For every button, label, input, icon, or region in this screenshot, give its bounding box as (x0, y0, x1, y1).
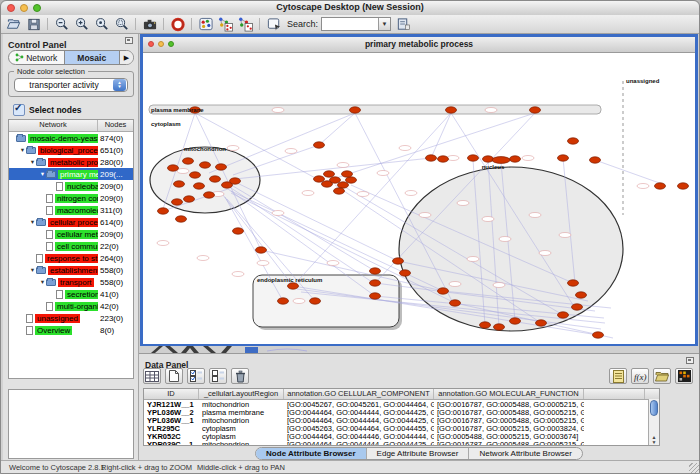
graph-node[interactable] (346, 177, 357, 183)
select-nodes-checkbox[interactable] (13, 104, 25, 116)
graph-node[interactable] (438, 288, 449, 294)
graph-node[interactable] (310, 298, 321, 304)
tree-row[interactable]: ▼metabolic process280(0) (9, 156, 133, 168)
tab-network-attribute-browser[interactable]: Network Attribute Browser (469, 448, 581, 459)
tab-mosaic[interactable]: Mosaic (64, 51, 120, 64)
expander-icon[interactable]: ▼ (19, 147, 26, 153)
new-attribute-icon[interactable] (165, 368, 183, 384)
graph-node[interactable] (426, 155, 437, 161)
graph-node[interactable] (438, 156, 449, 162)
graph-node[interactable] (168, 165, 179, 171)
attribute-grid-icon[interactable] (143, 368, 161, 384)
graph-node[interactable] (494, 324, 505, 330)
open-icon[interactable] (5, 16, 22, 32)
graph-node[interactable] (558, 155, 569, 161)
graph-node[interactable] (483, 156, 494, 162)
tree-row[interactable]: multi-organism pro42(0) (9, 300, 133, 312)
graph-node[interactable] (558, 312, 569, 318)
graph-node[interactable] (576, 292, 587, 298)
graph-node[interactable] (400, 270, 411, 276)
formula-builder-icon[interactable]: f(x) (631, 368, 649, 384)
graph-node[interactable] (530, 107, 541, 113)
apply-layout-icon[interactable] (217, 16, 234, 32)
graph-node[interactable] (370, 293, 381, 299)
graph-node[interactable] (568, 138, 579, 144)
help-icon[interactable] (169, 16, 186, 32)
tree-row[interactable]: Overview8(0) (9, 324, 133, 336)
tree-row[interactable]: ▼cellular process614(0) (9, 216, 133, 228)
graph-node[interactable] (204, 192, 215, 198)
graph-node[interactable] (194, 183, 205, 189)
expander-icon[interactable]: ▼ (29, 267, 36, 273)
select-attributes-icon[interactable] (187, 368, 205, 384)
graph-node[interactable] (492, 157, 510, 164)
graph-edge[interactable] (209, 113, 355, 173)
graph-node[interactable] (278, 298, 289, 304)
expander-icon[interactable]: ▼ (39, 171, 46, 177)
scrollbar-arrows[interactable]: ▲▼ (649, 435, 659, 445)
graph-node[interactable] (190, 172, 201, 178)
graph-node[interactable] (510, 156, 521, 162)
graph-node[interactable] (393, 258, 404, 264)
expander-icon[interactable]: ▼ (29, 159, 36, 165)
graph-node[interactable] (450, 300, 461, 306)
graph-edge[interactable] (319, 113, 355, 145)
unselect-attributes-icon[interactable] (209, 368, 227, 384)
graph-node[interactable] (536, 320, 547, 326)
tree-row[interactable]: nitrogen compo209(0) (9, 192, 133, 204)
graph-node[interactable] (338, 182, 349, 188)
column-header[interactable]: _cellularLayoutRegion (199, 389, 284, 399)
vizmapper-icon[interactable] (197, 16, 214, 32)
graph-node[interactable] (174, 181, 185, 187)
tabs-overflow-button[interactable]: ▶ (119, 51, 133, 64)
graph-node[interactable] (233, 228, 244, 234)
column-header[interactable]: annotation.GO MOLECULAR_FUNCTION (434, 389, 584, 399)
graph-node[interactable] (678, 183, 689, 189)
tree-row[interactable]: cellular metabol209(0) (9, 228, 133, 240)
float-panel-icon[interactable] (125, 37, 133, 44)
annotation-icon[interactable] (265, 16, 282, 32)
tree-row[interactable]: unassigned223(0) (9, 312, 133, 324)
graph-node[interactable] (590, 157, 601, 163)
graph-node[interactable] (510, 318, 521, 324)
tab-network[interactable]: Network (9, 51, 64, 64)
graph-edge[interactable] (228, 186, 375, 284)
column-header[interactable]: ID (144, 389, 199, 399)
scrollbar-thumb[interactable] (650, 400, 658, 416)
graph-node[interactable] (256, 247, 267, 253)
float-panel-icon[interactable] (686, 357, 694, 364)
graph-node[interactable] (210, 176, 221, 182)
zoom-fit-icon[interactable] (93, 16, 110, 32)
resize-grip[interactable] (689, 463, 699, 473)
index-icon[interactable] (394, 16, 411, 32)
graph-node[interactable] (176, 216, 187, 222)
table-vertical-scrollbar[interactable]: ▲▼ (648, 399, 659, 445)
network-view-window[interactable]: primary metabolic process plasma membran… (140, 34, 698, 346)
tab-node-attribute-browser[interactable]: Node Attribute Browser (256, 448, 367, 459)
notes-icon[interactable] (609, 368, 627, 384)
graph-node[interactable] (184, 196, 195, 202)
tree-row[interactable]: ▼biological_process651(0) (9, 144, 133, 156)
graph-node[interactable] (468, 155, 479, 161)
graph-node[interactable] (480, 322, 491, 328)
graph-node[interactable] (334, 188, 345, 194)
graph-node[interactable] (370, 268, 381, 274)
graph-node[interactable] (183, 158, 194, 164)
snapshot-icon[interactable] (141, 16, 158, 32)
graph-node[interactable] (568, 280, 579, 286)
graph-node[interactable] (158, 208, 169, 214)
graph-edge[interactable] (431, 113, 451, 158)
expander-icon[interactable]: ▼ (29, 219, 36, 225)
graph-node[interactable] (342, 171, 353, 177)
zoom-in-icon[interactable] (73, 16, 90, 32)
graph-node[interactable] (324, 171, 335, 177)
graph-node[interactable] (655, 183, 666, 189)
matrix-view-icon[interactable] (675, 368, 693, 384)
graph-edge[interactable] (595, 160, 665, 185)
graph-node[interactable] (446, 107, 457, 113)
expander-icon[interactable]: ▼ (39, 279, 46, 285)
graph-node[interactable] (330, 177, 341, 183)
node-color-combo[interactable]: transporter activity ▲▼ (14, 78, 128, 92)
column-header[interactable] (584, 389, 645, 399)
apply-layout-selected-icon[interactable] (237, 16, 254, 32)
